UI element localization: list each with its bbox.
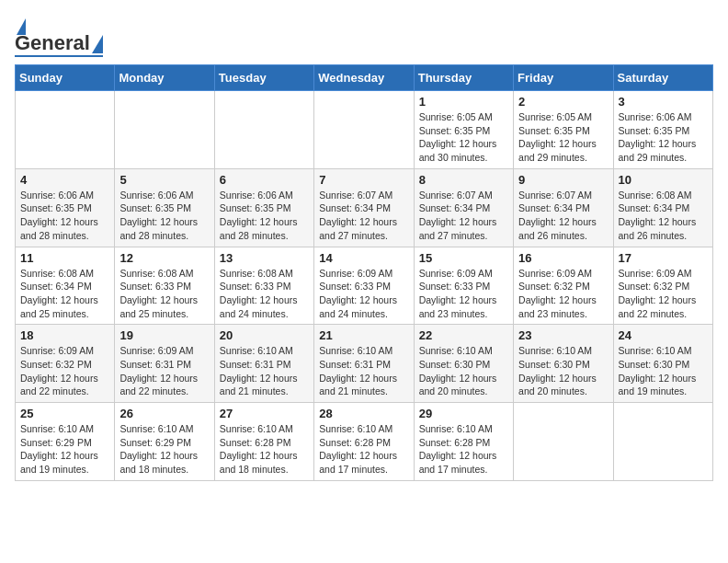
- calendar-cell: 7Sunrise: 6:07 AM Sunset: 6:34 PM Daylig…: [314, 168, 414, 247]
- day-detail: Sunrise: 6:10 AM Sunset: 6:31 PM Dayligh…: [319, 344, 408, 398]
- day-number: 5: [119, 173, 209, 187]
- day-detail: Sunrise: 6:10 AM Sunset: 6:28 PM Dayligh…: [319, 422, 408, 477]
- day-detail: Sunrise: 6:08 AM Sunset: 6:33 PM Dayligh…: [119, 267, 209, 321]
- day-number: 2: [518, 95, 608, 109]
- calendar-cell: 5Sunrise: 6:06 AM Sunset: 6:35 PM Daylig…: [115, 168, 214, 247]
- calendar-header-sunday: Sunday: [16, 65, 115, 91]
- day-number: 7: [319, 173, 408, 187]
- day-number: 22: [419, 328, 508, 342]
- day-detail: Sunrise: 6:05 AM Sunset: 6:35 PM Dayligh…: [419, 110, 508, 165]
- day-detail: Sunrise: 6:06 AM Sunset: 6:35 PM Dayligh…: [20, 189, 109, 243]
- day-number: 16: [518, 251, 608, 265]
- logo-flag-icon: [92, 35, 103, 53]
- day-detail: Sunrise: 6:10 AM Sunset: 6:30 PM Dayligh…: [518, 344, 608, 398]
- day-number: 26: [119, 407, 209, 420]
- day-detail: Sunrise: 6:09 AM Sunset: 6:32 PM Dayligh…: [20, 344, 109, 398]
- calendar-cell: 20Sunrise: 6:10 AM Sunset: 6:31 PM Dayli…: [214, 325, 313, 403]
- calendar-week-row: 25Sunrise: 6:10 AM Sunset: 6:29 PM Dayli…: [16, 403, 713, 481]
- calendar-week-row: 4Sunrise: 6:06 AM Sunset: 6:35 PM Daylig…: [16, 168, 713, 247]
- day-detail: Sunrise: 6:09 AM Sunset: 6:31 PM Dayligh…: [119, 344, 209, 398]
- day-number: 27: [220, 407, 309, 420]
- calendar-header-friday: Friday: [514, 65, 613, 91]
- day-detail: Sunrise: 6:10 AM Sunset: 6:31 PM Dayligh…: [220, 344, 309, 398]
- day-detail: Sunrise: 6:08 AM Sunset: 6:34 PM Dayligh…: [20, 267, 109, 321]
- calendar-week-row: 11Sunrise: 6:08 AM Sunset: 6:34 PM Dayli…: [16, 247, 713, 325]
- day-number: 9: [518, 173, 608, 187]
- calendar-header-saturday: Saturday: [613, 65, 712, 91]
- calendar-cell: 6Sunrise: 6:06 AM Sunset: 6:35 PM Daylig…: [214, 168, 313, 247]
- calendar-week-row: 1Sunrise: 6:05 AM Sunset: 6:35 PM Daylig…: [16, 91, 713, 169]
- calendar-cell: 9Sunrise: 6:07 AM Sunset: 6:34 PM Daylig…: [514, 168, 613, 247]
- calendar-cell: 11Sunrise: 6:08 AM Sunset: 6:34 PM Dayli…: [16, 247, 115, 325]
- day-detail: Sunrise: 6:10 AM Sunset: 6:28 PM Dayligh…: [419, 422, 508, 477]
- day-number: 23: [518, 328, 608, 342]
- day-number: 8: [419, 173, 508, 187]
- day-detail: Sunrise: 6:09 AM Sunset: 6:33 PM Dayligh…: [319, 267, 408, 321]
- day-number: 28: [319, 407, 408, 420]
- day-detail: Sunrise: 6:10 AM Sunset: 6:30 PM Dayligh…: [619, 344, 708, 398]
- calendar-cell: 2Sunrise: 6:05 AM Sunset: 6:35 PM Daylig…: [514, 91, 613, 169]
- calendar-cell: 3Sunrise: 6:06 AM Sunset: 6:35 PM Daylig…: [613, 91, 712, 169]
- day-detail: Sunrise: 6:09 AM Sunset: 6:32 PM Dayligh…: [619, 267, 708, 321]
- day-detail: Sunrise: 6:05 AM Sunset: 6:35 PM Dayligh…: [518, 110, 608, 165]
- page-header: General: [15, 15, 713, 57]
- calendar-cell: 12Sunrise: 6:08 AM Sunset: 6:33 PM Dayli…: [115, 247, 214, 325]
- day-detail: Sunrise: 6:06 AM Sunset: 6:35 PM Dayligh…: [119, 189, 209, 243]
- calendar-cell: [314, 91, 414, 169]
- calendar-cell: 16Sunrise: 6:09 AM Sunset: 6:32 PM Dayli…: [514, 247, 613, 325]
- calendar-cell: 15Sunrise: 6:09 AM Sunset: 6:33 PM Dayli…: [414, 247, 513, 325]
- calendar-cell: 25Sunrise: 6:10 AM Sunset: 6:29 PM Dayli…: [16, 403, 115, 481]
- calendar-cell: 29Sunrise: 6:10 AM Sunset: 6:28 PM Dayli…: [414, 403, 513, 481]
- calendar-cell: [613, 403, 712, 481]
- calendar-cell: 1Sunrise: 6:05 AM Sunset: 6:35 PM Daylig…: [414, 91, 513, 169]
- day-number: 18: [20, 328, 109, 342]
- calendar-cell: 23Sunrise: 6:10 AM Sunset: 6:30 PM Dayli…: [514, 325, 613, 403]
- calendar-cell: [115, 91, 214, 169]
- day-number: 21: [319, 328, 408, 342]
- day-detail: Sunrise: 6:10 AM Sunset: 6:30 PM Dayligh…: [419, 344, 508, 398]
- logo: General: [15, 15, 103, 57]
- day-number: 11: [20, 251, 109, 265]
- calendar-cell: 19Sunrise: 6:09 AM Sunset: 6:31 PM Dayli…: [115, 325, 214, 403]
- day-number: 1: [419, 95, 508, 109]
- day-number: 29: [419, 407, 508, 420]
- day-number: 13: [220, 251, 309, 265]
- day-number: 10: [619, 173, 708, 187]
- day-number: 20: [220, 328, 309, 342]
- calendar-table: SundayMondayTuesdayWednesdayThursdayFrid…: [15, 64, 713, 481]
- calendar-cell: 21Sunrise: 6:10 AM Sunset: 6:31 PM Dayli…: [314, 325, 414, 403]
- day-number: 14: [319, 251, 408, 265]
- day-detail: Sunrise: 6:09 AM Sunset: 6:33 PM Dayligh…: [419, 267, 508, 321]
- calendar-cell: 24Sunrise: 6:10 AM Sunset: 6:30 PM Dayli…: [613, 325, 712, 403]
- day-number: 25: [20, 407, 109, 420]
- calendar-cell: 18Sunrise: 6:09 AM Sunset: 6:32 PM Dayli…: [16, 325, 115, 403]
- calendar-header-wednesday: Wednesday: [314, 65, 414, 91]
- calendar-header-monday: Monday: [115, 65, 214, 91]
- day-number: 6: [220, 173, 309, 187]
- day-detail: Sunrise: 6:10 AM Sunset: 6:28 PM Dayligh…: [220, 422, 309, 477]
- calendar-cell: 17Sunrise: 6:09 AM Sunset: 6:32 PM Dayli…: [613, 247, 712, 325]
- calendar-cell: 8Sunrise: 6:07 AM Sunset: 6:34 PM Daylig…: [414, 168, 513, 247]
- day-detail: Sunrise: 6:08 AM Sunset: 6:33 PM Dayligh…: [220, 267, 309, 321]
- day-detail: Sunrise: 6:10 AM Sunset: 6:29 PM Dayligh…: [20, 422, 109, 477]
- day-number: 12: [119, 251, 209, 265]
- logo-general-text2: General: [15, 31, 90, 55]
- day-detail: Sunrise: 6:08 AM Sunset: 6:34 PM Dayligh…: [619, 189, 708, 243]
- calendar-header-thursday: Thursday: [414, 65, 513, 91]
- day-number: 19: [119, 328, 209, 342]
- day-number: 4: [20, 173, 109, 187]
- calendar-header-row: SundayMondayTuesdayWednesdayThursdayFrid…: [16, 65, 713, 91]
- calendar-cell: 4Sunrise: 6:06 AM Sunset: 6:35 PM Daylig…: [16, 168, 115, 247]
- calendar-cell: 22Sunrise: 6:10 AM Sunset: 6:30 PM Dayli…: [414, 325, 513, 403]
- calendar-cell: 26Sunrise: 6:10 AM Sunset: 6:29 PM Dayli…: [115, 403, 214, 481]
- calendar-cell: 28Sunrise: 6:10 AM Sunset: 6:28 PM Dayli…: [314, 403, 414, 481]
- day-detail: Sunrise: 6:10 AM Sunset: 6:29 PM Dayligh…: [119, 422, 209, 477]
- day-detail: Sunrise: 6:06 AM Sunset: 6:35 PM Dayligh…: [619, 110, 708, 165]
- calendar-week-row: 18Sunrise: 6:09 AM Sunset: 6:32 PM Dayli…: [16, 325, 713, 403]
- calendar-cell: 27Sunrise: 6:10 AM Sunset: 6:28 PM Dayli…: [214, 403, 313, 481]
- calendar-cell: [16, 91, 115, 169]
- day-detail: Sunrise: 6:07 AM Sunset: 6:34 PM Dayligh…: [518, 189, 608, 243]
- day-detail: Sunrise: 6:09 AM Sunset: 6:32 PM Dayligh…: [518, 267, 608, 321]
- calendar-cell: 14Sunrise: 6:09 AM Sunset: 6:33 PM Dayli…: [314, 247, 414, 325]
- calendar-cell: [214, 91, 313, 169]
